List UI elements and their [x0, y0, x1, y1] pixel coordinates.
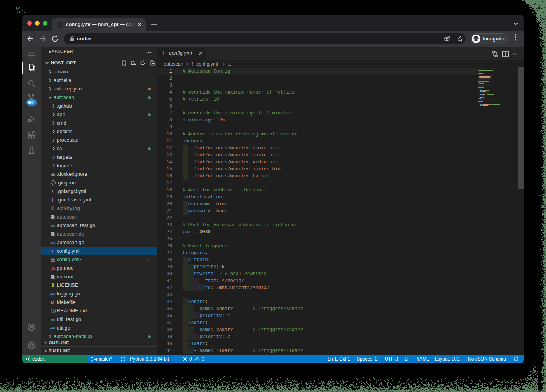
svg-text:-GO: -GO [50, 224, 56, 227]
svg-text:!: ! [52, 198, 54, 203]
svg-text:-GO: -GO [50, 293, 56, 295]
svg-text:!: ! [52, 249, 54, 254]
svg-text:M: M [51, 300, 55, 305]
svg-text:!: ! [52, 189, 54, 194]
svg-text:-GO: -GO [50, 327, 56, 330]
svg-text:-GO: -GO [50, 241, 56, 244]
svg-text:-GO: -GO [50, 318, 56, 321]
